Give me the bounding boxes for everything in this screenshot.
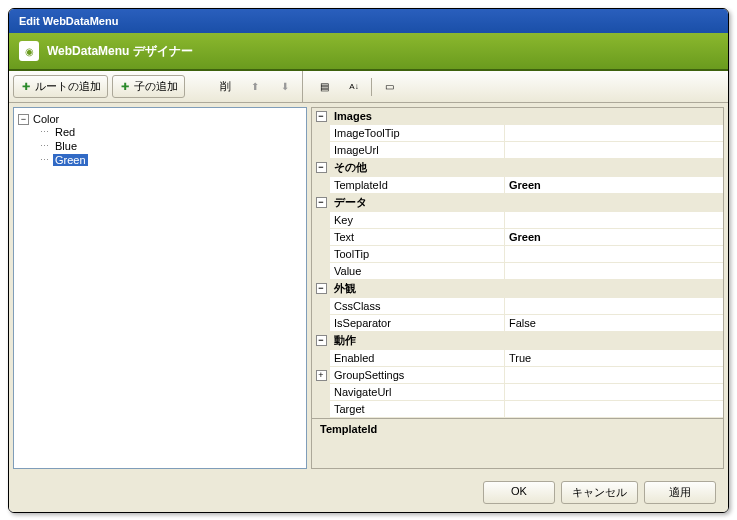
category-label: Images (330, 108, 723, 124)
property-name: NavigateUrl (330, 384, 505, 400)
property-name: ImageUrl (330, 142, 505, 158)
property-name: Key (330, 212, 505, 228)
collapse-icon[interactable]: − (316, 111, 327, 122)
add-child-button[interactable]: ✚ 子の追加 (112, 75, 185, 98)
collapse-icon[interactable]: − (316, 335, 327, 346)
property-value[interactable] (505, 298, 723, 314)
property-row[interactable]: IsSeparatorFalse (312, 315, 723, 332)
property-row[interactable]: ImageToolTip (312, 125, 723, 142)
property-grid[interactable]: −ImagesImageToolTipImageUrl−その他TemplateI… (311, 107, 724, 419)
property-row[interactable]: NavigateUrl (312, 384, 723, 401)
tree-panel[interactable]: − Color ⋯Red⋯Blue⋯Green (13, 107, 307, 469)
add-root-button[interactable]: ✚ ルートの追加 (13, 75, 108, 98)
dialog-window: Edit WebDataMenu ◉ WebDataMenu デザイナー ✚ ル… (8, 8, 729, 513)
page-icon: ▭ (383, 81, 395, 93)
button-bar: OK キャンセル 適用 (9, 473, 728, 512)
property-name: ImageToolTip (330, 125, 505, 141)
property-row[interactable]: EnabledTrue (312, 350, 723, 367)
window-title: Edit WebDataMenu (19, 15, 118, 27)
collapse-icon[interactable]: − (316, 283, 327, 294)
property-value[interactable] (505, 142, 723, 158)
add-root-label: ルートの追加 (35, 79, 101, 94)
categorized-icon: ▤ (318, 81, 330, 93)
property-category[interactable]: −その他 (312, 159, 723, 177)
property-value[interactable]: True (505, 350, 723, 366)
property-value[interactable] (505, 384, 723, 400)
move-up-button[interactable]: ⬆ (242, 77, 268, 97)
property-name: ToolTip (330, 246, 505, 262)
arrow-down-icon: ⬇ (279, 81, 291, 93)
property-row[interactable]: TextGreen (312, 229, 723, 246)
delete-button[interactable]: 削 (213, 75, 238, 98)
property-name: TemplateId (330, 177, 505, 193)
tree-connector-icon: ⋯ (40, 127, 49, 137)
alphabetical-button[interactable]: A↓ (341, 77, 367, 97)
property-value[interactable] (505, 401, 723, 417)
property-pages-button[interactable]: ▭ (376, 77, 402, 97)
title-bar[interactable]: Edit WebDataMenu (9, 9, 728, 33)
property-row[interactable]: Key (312, 212, 723, 229)
property-name: Target (330, 401, 505, 417)
sort-az-icon: A↓ (348, 81, 360, 93)
property-value[interactable]: Green (505, 229, 723, 245)
category-label: その他 (330, 159, 723, 176)
category-label: データ (330, 194, 723, 211)
cancel-button[interactable]: キャンセル (561, 481, 638, 504)
category-label: 動作 (330, 332, 723, 349)
property-name: Text (330, 229, 505, 245)
property-name: GroupSettings (330, 367, 505, 383)
property-value[interactable]: False (505, 315, 723, 331)
toolbar: ✚ ルートの追加 ✚ 子の追加 削 ⬆ ⬇ ▤ A↓ (9, 71, 728, 103)
tree-connector-icon: ⋯ (40, 141, 49, 151)
property-name: IsSeparator (330, 315, 505, 331)
property-row[interactable]: +GroupSettings (312, 367, 723, 384)
property-category[interactable]: −データ (312, 194, 723, 212)
property-value[interactable] (505, 367, 723, 383)
property-value[interactable]: Green (505, 177, 723, 193)
property-value[interactable] (505, 263, 723, 279)
tree-item-label[interactable]: Green (53, 154, 88, 166)
property-name: Value (330, 263, 505, 279)
tree-node[interactable]: ⋯Green (40, 154, 302, 166)
toolbar-separator (371, 78, 372, 96)
property-value[interactable] (505, 212, 723, 228)
move-down-button[interactable]: ⬇ (272, 77, 298, 97)
tree-node[interactable]: ⋯Red (40, 126, 302, 138)
property-row[interactable]: CssClass (312, 298, 723, 315)
property-row[interactable]: TemplateIdGreen (312, 177, 723, 194)
plus-icon: ✚ (20, 81, 32, 93)
tree-connector-icon: ⋯ (40, 155, 49, 165)
app-icon: ◉ (19, 41, 39, 61)
property-row[interactable]: ImageUrl (312, 142, 723, 159)
property-category[interactable]: −Images (312, 108, 723, 125)
property-category[interactable]: −動作 (312, 332, 723, 350)
add-child-label: 子の追加 (134, 79, 178, 94)
apply-button[interactable]: 適用 (644, 481, 716, 504)
tree-item-label[interactable]: Blue (53, 140, 79, 152)
property-value[interactable] (505, 125, 723, 141)
collapse-icon[interactable]: − (316, 162, 327, 173)
ok-button[interactable]: OK (483, 481, 555, 504)
tree-node[interactable]: ⋯Blue (40, 140, 302, 152)
body: − Color ⋯Red⋯Blue⋯Green −ImagesImageTool… (9, 103, 728, 473)
property-row[interactable]: Value (312, 263, 723, 280)
property-panel: −ImagesImageToolTipImageUrl−その他TemplateI… (311, 107, 724, 469)
plus-child-icon: ✚ (119, 81, 131, 93)
property-category[interactable]: −外観 (312, 280, 723, 298)
tree-root-label[interactable]: Color (31, 113, 61, 125)
description-panel: TemplateId (311, 419, 724, 469)
description-title: TemplateId (320, 423, 715, 435)
property-row[interactable]: Target (312, 401, 723, 418)
property-name: Enabled (330, 350, 505, 366)
collapse-icon[interactable]: − (18, 114, 29, 125)
collapse-icon[interactable]: − (316, 197, 327, 208)
tree-toolbar: ✚ ルートの追加 ✚ 子の追加 削 ⬆ ⬇ (9, 71, 303, 102)
tree-node-root[interactable]: − Color (18, 113, 302, 125)
property-row[interactable]: ToolTip (312, 246, 723, 263)
designer-header: ◉ WebDataMenu デザイナー (9, 33, 728, 71)
delete-label: 削 (220, 79, 231, 94)
expand-icon[interactable]: + (316, 370, 327, 381)
categorized-button[interactable]: ▤ (311, 77, 337, 97)
tree-item-label[interactable]: Red (53, 126, 77, 138)
property-value[interactable] (505, 246, 723, 262)
